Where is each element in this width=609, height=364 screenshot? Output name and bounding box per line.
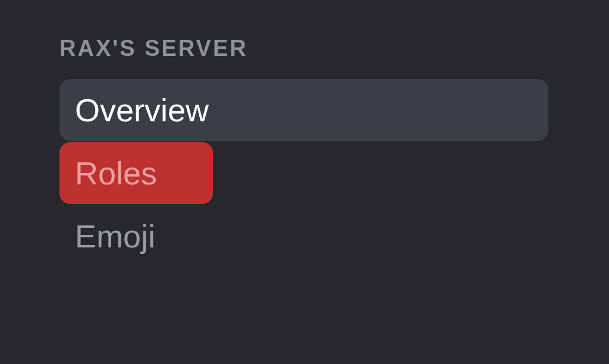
sidebar-item-label: Emoji [75, 218, 155, 255]
sidebar-item-label: Overview [75, 92, 209, 128]
sidebar-item-emoji[interactable]: Emoji [59, 205, 548, 267]
sidebar-item-overview[interactable]: Overview [59, 79, 548, 141]
settings-sidebar: RAX'S SERVER Overview Roles Emoji [0, 0, 609, 267]
sidebar-section-header: RAX'S SERVER [59, 36, 567, 61]
sidebar-item-label: Roles [75, 155, 157, 192]
sidebar-item-roles[interactable]: Roles [59, 142, 213, 204]
